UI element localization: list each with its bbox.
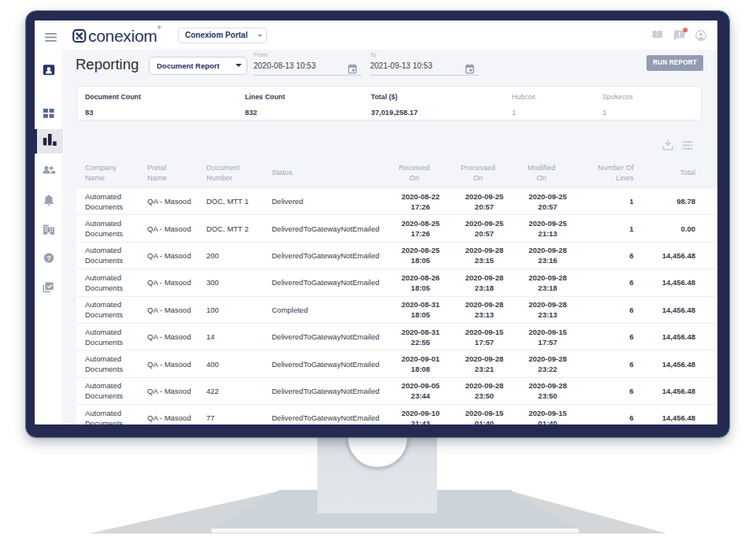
svg-text:?: ? — [46, 254, 51, 261]
